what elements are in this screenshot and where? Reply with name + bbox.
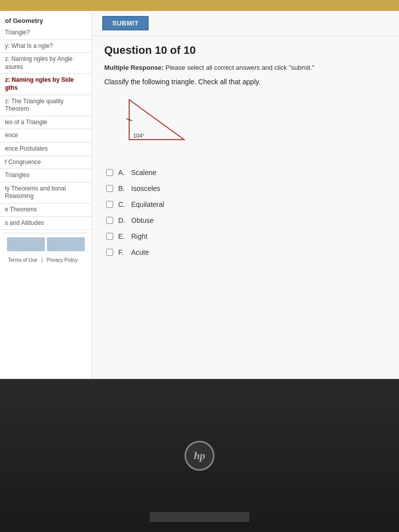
answer-option-c[interactable]: C.Equilateral bbox=[104, 196, 387, 212]
checkbox-d[interactable] bbox=[106, 217, 113, 224]
sidebar-item-ence[interactable]: ence bbox=[0, 129, 92, 143]
sidebar-title: of Geometry bbox=[0, 15, 92, 26]
sidebar-btn-1[interactable] bbox=[7, 237, 45, 251]
question-title: Question 10 of 10 bbox=[104, 44, 387, 57]
answer-option-e[interactable]: E.Right bbox=[104, 228, 387, 244]
answer-options: A.ScaleneB.IsoscelesC.EquilateralD.Obtus… bbox=[104, 165, 387, 260]
main-content: SUBMIT Question 10 of 10 Multiple Respon… bbox=[92, 11, 399, 379]
sidebar-item-e-theorems[interactable]: e Theorems bbox=[0, 203, 92, 217]
checkbox-e[interactable] bbox=[106, 233, 113, 240]
answer-text-4: Right bbox=[131, 232, 148, 240]
answer-letter-1: B. bbox=[118, 184, 128, 192]
answer-text-1: Isosceles bbox=[131, 184, 160, 192]
answer-letter-5: F. bbox=[118, 248, 128, 256]
answer-text-3: Obtuse bbox=[131, 216, 154, 224]
triangle-figure: 104° bbox=[114, 95, 194, 155]
submit-bar: SUBMIT bbox=[92, 11, 399, 36]
sidebar-item-ty-theorems[interactable]: ty Theorems and tional Reasoning bbox=[0, 182, 92, 203]
answer-option-f[interactable]: F.Acute bbox=[104, 244, 387, 260]
sidebar-item-naming-side[interactable]: z: Naming ngles by Side gths bbox=[0, 74, 92, 95]
sidebar-item-altitudes[interactable]: s and Altitudes bbox=[0, 217, 92, 230]
keyboard-area bbox=[150, 512, 249, 522]
hp-logo: hp bbox=[185, 441, 214, 471]
sidebar-item-congruence[interactable]: f Congruence bbox=[0, 156, 92, 170]
sidebar-item-naming-angle[interactable]: z: Naming ngles by Angle asures bbox=[0, 53, 92, 74]
hp-brand-text: hp bbox=[194, 449, 205, 462]
sidebar-item-what-is[interactable]: y: What Is a ngle? bbox=[0, 40, 92, 53]
sidebar-links: Terms of Use | Privacy Policy bbox=[3, 255, 89, 265]
answer-letter-4: E. bbox=[118, 232, 128, 240]
question-area: Question 10 of 10 Multiple Response: Ple… bbox=[92, 36, 399, 268]
sidebar-btn-2[interactable] bbox=[47, 237, 85, 251]
submit-button[interactable]: SUBMIT bbox=[102, 16, 149, 30]
checkbox-a[interactable] bbox=[106, 169, 113, 176]
sidebar: of Geometry Triangle?y: What Is a ngle?z… bbox=[0, 11, 92, 379]
question-instruction: Multiple Response: Please select all cor… bbox=[104, 63, 387, 73]
answer-option-b[interactable]: B.Isosceles bbox=[104, 180, 387, 196]
answer-text-0: Scalene bbox=[131, 169, 157, 177]
top-bar bbox=[0, 0, 399, 11]
sidebar-item-triangle[interactable]: Triangle? bbox=[0, 26, 92, 40]
answer-text-5: Acute bbox=[131, 248, 149, 256]
sidebar-item-triangle-ineq[interactable]: z: The Triangle quality Theorem bbox=[0, 95, 92, 116]
checkbox-b[interactable] bbox=[106, 185, 113, 192]
checkbox-f[interactable] bbox=[106, 249, 113, 256]
sidebar-item-triangles[interactable]: Triangles bbox=[0, 169, 92, 182]
answer-letter-3: D. bbox=[118, 216, 128, 224]
triangle-svg: 104° bbox=[114, 95, 194, 155]
answer-letter-2: C. bbox=[118, 200, 128, 208]
instruction-text: Please select all correct answers and cl… bbox=[164, 64, 314, 71]
sidebar-item-sides[interactable]: les of a Triangle bbox=[0, 116, 92, 130]
sidebar-footer bbox=[3, 233, 89, 255]
answer-option-a[interactable]: A.Scalene bbox=[104, 165, 387, 180]
sidebar-item-ence-post[interactable]: ence Postulates bbox=[0, 143, 92, 156]
question-text: Classify the following triangle. Check a… bbox=[104, 78, 387, 86]
instruction-bold: Multiple Response: bbox=[104, 64, 164, 71]
laptop-area: hp bbox=[0, 379, 399, 532]
terms-link[interactable]: Terms of Use bbox=[8, 257, 37, 263]
answer-option-d[interactable]: D.Obtuse bbox=[104, 212, 387, 228]
privacy-link[interactable]: Privacy Policy bbox=[47, 257, 78, 263]
angle-label: 104° bbox=[133, 133, 145, 139]
answer-letter-0: A. bbox=[118, 169, 128, 177]
checkbox-c[interactable] bbox=[106, 201, 113, 208]
answer-text-2: Equilateral bbox=[131, 200, 164, 208]
